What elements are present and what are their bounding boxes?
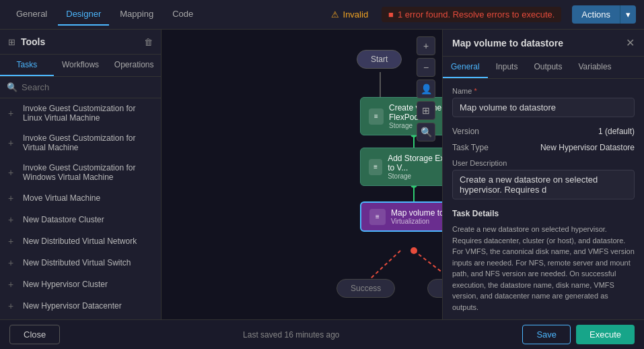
right-panel: Map volume to datastore ✕ General Inputs… — [442, 30, 644, 319]
name-value[interactable]: Map volume to datastore — [452, 98, 635, 117]
people-icon-button[interactable]: 👤 — [417, 80, 435, 98]
name-label: Name * — [452, 87, 635, 95]
actions-button-group: Actions ▾ — [572, 5, 636, 24]
version-row: Version 1 (default) — [452, 127, 635, 136]
save-time: Last saved 16 minutes ago — [243, 330, 339, 340]
zoom-in-button[interactable]: + — [417, 36, 435, 55]
node-success[interactable]: Success — [336, 279, 395, 298]
panel-tab-outputs[interactable]: Outputs — [526, 57, 570, 78]
node-start[interactable]: Start — [357, 50, 402, 69]
sidebar-list: +Invoke Guest Customization for Linux Vi… — [0, 98, 161, 319]
error-icon: ■ — [388, 9, 394, 20]
node-virt-content: Map volume to datastore Virtualization — [391, 208, 442, 225]
sidebar-title: Tools — [21, 36, 45, 47]
panel-tab-variables[interactable]: Variables — [570, 57, 619, 78]
status-invalid: ⚠ Invalid — [331, 9, 369, 20]
tab-code[interactable]: Code — [164, 3, 201, 26]
panel-header: Map volume to datastore ✕ — [443, 30, 644, 57]
svg-line-4 — [414, 251, 442, 279]
svg-line-3 — [370, 251, 400, 279]
plus-icon: + — [8, 257, 17, 268]
execute-button[interactable]: Execute — [576, 325, 635, 344]
node-virt[interactable]: ≡ Map volume to datastore Virtualization — [360, 201, 442, 232]
list-item[interactable]: +Invoke Guest Customization for Linux Vi… — [0, 98, 161, 128]
canvas-toolbar: + − 👤 ⊞ 🔍 — [417, 36, 435, 141]
svg-point-7 — [410, 247, 417, 254]
tools-grid-icon: ⊞ — [8, 37, 15, 47]
sidebar-search-bar: 🔍 — [0, 77, 161, 98]
required-star: * — [474, 87, 476, 95]
node-storage2-icon: ≡ — [369, 159, 382, 175]
top-nav: General Designer Mapping Code ⚠ Invalid … — [0, 0, 644, 30]
list-item[interactable]: +New Hypervisor Datacenter — [0, 295, 161, 317]
tab-general[interactable]: General — [8, 3, 55, 26]
panel-content: Name * Map volume to datastore Version 1… — [443, 79, 644, 319]
main-layout: ⊞ Tools 🗑 Tasks Workflows Operations 🔍 +… — [0, 30, 644, 319]
tab-mapping[interactable]: Mapping — [112, 3, 162, 26]
user-desc-group: User Description Create a new datastore … — [452, 159, 635, 199]
actions-button[interactable]: Actions — [572, 5, 620, 24]
plus-icon: + — [8, 236, 17, 247]
zoom-out-button[interactable]: − — [417, 58, 435, 77]
list-item[interactable]: +New Hypervisor Datastore — [0, 317, 161, 319]
plus-icon: + — [8, 167, 17, 178]
panel-tab-inputs[interactable]: Inputs — [488, 57, 526, 78]
grid-icon-button[interactable]: ⊞ — [417, 101, 435, 120]
warning-icon: ⚠ — [331, 9, 339, 20]
canvas-area[interactable]: Start ≡ Create volume in FlexPod Storage… — [162, 30, 442, 319]
node-storage2[interactable]: ≡ Add Storage Export Policy to V... Stor… — [360, 148, 442, 186]
list-item-move-vm[interactable]: +Move Virtual Machine — [0, 187, 161, 209]
plus-icon: + — [8, 108, 17, 119]
search-icon: 🔍 — [7, 82, 17, 92]
task-details-title: Task Details — [452, 209, 635, 218]
node-storage2-content: Add Storage Export Policy to V... Storag… — [388, 154, 442, 180]
plus-icon: + — [8, 193, 17, 203]
panel-title: Map volume to datastore — [452, 38, 563, 49]
sidebar-tab-workflows[interactable]: Workflows — [54, 55, 108, 76]
plus-icon: + — [8, 300, 17, 311]
search-input[interactable] — [22, 82, 154, 92]
bottom-actions: Save Execute — [522, 325, 635, 344]
plus-icon: + — [8, 137, 17, 148]
sidebar-tab-tasks[interactable]: Tasks — [0, 55, 54, 76]
sidebar-tab-operations[interactable]: Operations — [107, 55, 161, 76]
panel-tab-general[interactable]: General — [443, 57, 488, 78]
sidebar-header: ⊞ Tools 🗑 — [0, 30, 161, 55]
close-icon[interactable]: ✕ — [626, 36, 635, 49]
save-button[interactable]: Save — [522, 325, 571, 344]
search-canvas-button[interactable]: 🔍 — [417, 123, 435, 141]
node-storage1-icon: ≡ — [369, 108, 384, 125]
tab-designer[interactable]: Designer — [58, 3, 109, 26]
list-item[interactable]: +New Hypervisor Cluster — [0, 274, 161, 295]
status-error: ■ 1 error found. Resolve errors to execu… — [382, 7, 561, 22]
plus-icon: + — [8, 214, 17, 225]
list-item[interactable]: +Invoke Guest Customization for Virtual … — [0, 128, 161, 158]
user-desc-value[interactable]: Create a new datastore on selected hyper… — [452, 170, 635, 199]
task-type-value: New Hypervisor Datastore — [540, 143, 635, 152]
delete-icon[interactable]: 🗑 — [144, 37, 153, 47]
sidebar: ⊞ Tools 🗑 Tasks Workflows Operations 🔍 +… — [0, 30, 162, 319]
panel-tabs: General Inputs Outputs Variables — [443, 57, 644, 79]
actions-chevron-button[interactable]: ▾ — [620, 5, 636, 24]
version-label: Version — [452, 127, 479, 136]
node-virt-icon: ≡ — [369, 209, 386, 225]
plus-icon: + — [8, 279, 17, 290]
user-desc-label: User Description — [452, 159, 635, 167]
name-field-group: Name * Map volume to datastore — [452, 87, 635, 117]
task-type-row: Task Type New Hypervisor Datastore — [452, 143, 635, 152]
sidebar-tabs: Tasks Workflows Operations — [0, 55, 161, 77]
bottom-bar: Close Last saved 16 minutes ago Save Exe… — [0, 319, 644, 349]
task-details-text: Create a new datastore on selected hyper… — [452, 224, 635, 313]
list-item[interactable]: +New Datastore Cluster — [0, 209, 161, 230]
node-failed[interactable]: Failed — [427, 279, 442, 298]
list-item[interactable]: +New Distributed Virtual Switch — [0, 252, 161, 274]
close-button[interactable]: Close — [9, 325, 60, 344]
list-item-distributed-vn[interactable]: +New Distributed Virtual Network — [0, 230, 161, 252]
task-type-label: Task Type — [452, 143, 489, 152]
version-value: 1 (default) — [598, 127, 635, 136]
node-start-label: Start — [371, 55, 388, 64]
list-item[interactable]: +Invoke Guest Customization for Windows … — [0, 158, 161, 187]
